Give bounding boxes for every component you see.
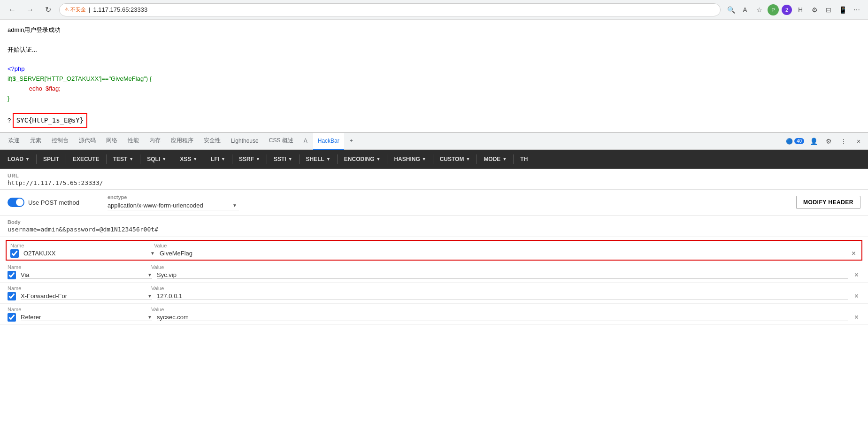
load-button[interactable]: LOAD ▼ (4, 154, 33, 164)
value-col-label-1: Value (154, 243, 858, 248)
test-button[interactable]: TEST ▼ (109, 154, 138, 164)
header-value-wrap-1 (160, 250, 845, 257)
th-button[interactable]: TH (516, 154, 531, 164)
reload-button[interactable]: ↻ (41, 3, 54, 16)
device-icon[interactable]: 📱 (837, 4, 848, 15)
mode-button[interactable]: MODE ▼ (480, 154, 510, 164)
header-value-wrap-2 (157, 271, 848, 279)
devtools-more-icon[interactable]: ⋮ (838, 136, 849, 147)
header-name-input-3[interactable] (21, 292, 146, 300)
line-php-open: <?php (8, 64, 860, 74)
header-name-wrap-4: ▼ (21, 314, 152, 321)
tab-lighthouse[interactable]: Lighthouse (226, 133, 263, 150)
back-button[interactable]: ← (6, 3, 19, 16)
devtools-settings-icon[interactable]: ⚙ (823, 136, 834, 147)
value-col-label-3: Value (151, 285, 860, 291)
page-content: admin用户登录成功 开始认证... <?php if($_SERVER['H… (0, 20, 868, 132)
body-value[interactable]: username=admin&&password=@dm1N123456r00t… (8, 226, 860, 233)
enctype-select[interactable]: application/x-www-form-urlencoded (108, 201, 239, 210)
search-icon[interactable]: 🔍 (725, 4, 737, 15)
tab-a[interactable]: A (299, 133, 312, 150)
header-value-input-1[interactable] (160, 250, 845, 257)
toggle-knob (16, 199, 23, 206)
post-toggle[interactable] (8, 198, 24, 207)
sqli-button[interactable]: SQLI ▼ (143, 154, 170, 164)
shell-button[interactable]: SHELL ▼ (302, 154, 334, 164)
devtools-close-icon[interactable]: × (853, 136, 864, 147)
encoding-button[interactable]: ENCODING ▼ (340, 154, 384, 164)
hashing-button[interactable]: HASHING ▼ (390, 154, 430, 164)
name-col-label-2: Name (8, 264, 144, 270)
ssrf-button[interactable]: SSRF ▼ (235, 154, 264, 164)
header-value-input-2[interactable] (157, 271, 848, 278)
tab-css-overview[interactable]: CSS 概述 (264, 133, 298, 150)
header-row-2: Name Value ▼ × (0, 261, 868, 283)
url-label: URL (8, 173, 860, 178)
address-bar[interactable]: ⚠ 不安全 | 1.117.175.65:23333 (59, 3, 721, 16)
lfi-button[interactable]: LFI ▼ (207, 154, 229, 164)
header-close-4[interactable]: × (853, 313, 860, 322)
extensions-icon[interactable]: 2 (782, 5, 792, 15)
header-name-arrow-2: ▼ (147, 272, 152, 277)
tab-application[interactable]: 应用程序 (166, 133, 198, 150)
body-section: Body username=admin&&password=@dm1N12345… (0, 215, 868, 237)
header-checkbox-4[interactable] (8, 313, 16, 322)
url-value[interactable]: http://1.117.175.65:23333/ (8, 179, 860, 186)
split-view-icon[interactable]: ⊟ (823, 4, 834, 15)
header-name-input-4[interactable] (21, 314, 146, 321)
tab-hackbar[interactable]: HackBar (313, 133, 344, 150)
header-checkbox-2[interactable] (8, 271, 16, 279)
body-label: Body (8, 219, 860, 225)
line-auth: 开始认证... (8, 45, 860, 55)
header-name-input-1[interactable] (23, 250, 149, 257)
tab-network[interactable]: 网络 (101, 133, 122, 150)
tab-performance[interactable]: 性能 (123, 133, 144, 150)
devtools-profile-icon[interactable]: 👤 (808, 136, 819, 147)
header-value-wrap-3 (157, 292, 848, 300)
devtools-panel: 欢迎 元素 控制台 源代码 网络 性能 内存 应用程序 安全性 Lighthou… (0, 132, 868, 446)
devtools-tabs-right: 🔵 40 👤 ⚙ ⋮ × (786, 136, 864, 147)
name-col-label-4: Name (8, 307, 144, 312)
header-close-1[interactable]: × (850, 249, 858, 258)
header-value-input-3[interactable] (157, 292, 848, 300)
split-button[interactable]: SPLIT (39, 154, 63, 164)
forward-button[interactable]: → (23, 3, 37, 16)
header-checkbox-1[interactable] (10, 249, 19, 258)
modify-header-button[interactable]: MODIFY HEADER (796, 196, 860, 209)
tab-elements[interactable]: 元素 (25, 133, 46, 150)
post-row: Use POST method enctype application/x-ww… (0, 190, 868, 215)
ssti-button[interactable]: SSTI ▼ (270, 154, 296, 164)
name-col-label-1: Name (10, 243, 146, 248)
profile-icon[interactable]: P (768, 4, 779, 15)
font-icon[interactable]: A (739, 4, 751, 15)
line-close-brace: } (8, 94, 860, 104)
devtools-icon[interactable]: ⚙ (809, 4, 820, 15)
browser-actions: 🔍 A ☆ P 2 H ⚙ ⊟ 📱 ⋯ (725, 4, 862, 15)
xss-button[interactable]: XSS ▼ (176, 154, 201, 164)
header-name-arrow-4: ▼ (147, 315, 152, 320)
hackbar-ext-icon[interactable]: H (795, 4, 806, 15)
header-name-arrow-3: ▼ (147, 293, 152, 299)
header-close-3[interactable]: × (853, 292, 860, 300)
tab-memory[interactable]: 内存 (145, 133, 165, 150)
header-name-input-2[interactable] (21, 271, 146, 278)
bookmark-icon[interactable]: ☆ (753, 4, 765, 15)
more-icon[interactable]: ⋯ (851, 4, 862, 15)
notification-icon: 🔵 (786, 138, 793, 145)
tab-welcome[interactable]: 欢迎 (4, 133, 24, 150)
tab-add[interactable]: + (345, 133, 358, 150)
header-close-2[interactable]: × (853, 271, 860, 279)
tab-sources[interactable]: 源代码 (74, 133, 100, 150)
header-name-wrap-3: ▼ (21, 292, 152, 300)
execute-button[interactable]: EXECUTE (69, 154, 103, 164)
header-row-3: Name Value ▼ × (0, 283, 868, 304)
header-checkbox-3[interactable] (8, 292, 16, 300)
tab-security[interactable]: 安全性 (199, 133, 225, 150)
line-flag-line: ? SYC{HttP_1s_E@sY} (8, 113, 860, 127)
name-col-label-3: Name (8, 285, 144, 291)
custom-button[interactable]: CUSTOM ▼ (436, 154, 474, 164)
tab-console[interactable]: 控制台 (47, 133, 73, 150)
header-value-input-4[interactable] (157, 314, 848, 321)
flag-value: SYC{HttP_1s_E@sY} (13, 113, 87, 127)
enctype-group: enctype application/x-www-form-urlencode… (108, 194, 239, 210)
